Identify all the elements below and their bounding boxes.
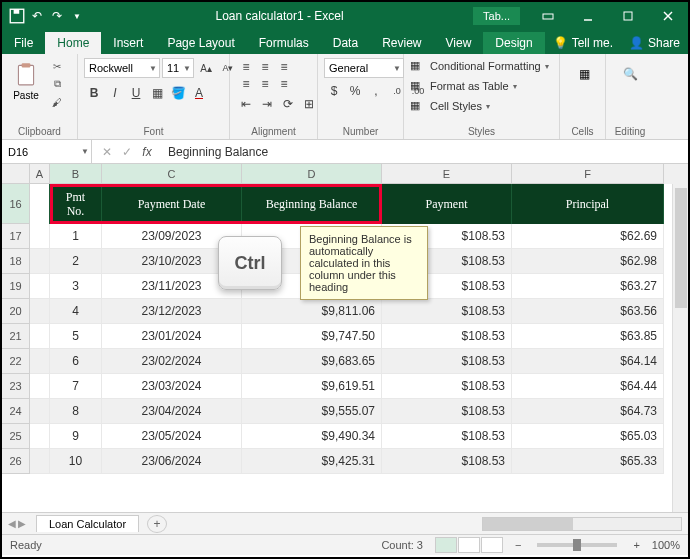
decrease-indent-icon[interactable]: ⇤ — [236, 95, 256, 113]
fx-icon[interactable]: fx — [138, 145, 156, 159]
cell-pmt-no[interactable]: 4 — [50, 299, 102, 324]
cell-payment-date[interactable]: 23/06/2024 — [102, 449, 242, 474]
format-as-table-button[interactable]: ▦Format as Table▾ — [410, 78, 519, 94]
row-header[interactable]: 17 — [2, 224, 30, 249]
col-header-a[interactable]: A — [30, 164, 50, 184]
cell-payment-date[interactable]: 23/02/2024 — [102, 349, 242, 374]
save-icon[interactable] — [8, 7, 26, 25]
view-page-layout-icon[interactable] — [458, 537, 480, 553]
col-header-b[interactable]: B — [50, 164, 102, 184]
cell-pmt-no[interactable]: 9 — [50, 424, 102, 449]
header-payment[interactable]: Payment — [382, 184, 512, 224]
cell-payment[interactable]: $108.53 — [382, 299, 512, 324]
cell-principal[interactable]: $65.33 — [512, 449, 664, 474]
cell-payment[interactable]: $108.53 — [382, 449, 512, 474]
share-button[interactable]: 👤Share — [621, 32, 688, 54]
percent-icon[interactable]: % — [345, 82, 365, 100]
close-icon[interactable] — [648, 2, 688, 30]
cell-payment-date[interactable]: 23/05/2024 — [102, 424, 242, 449]
header-beginning-balance[interactable]: Beginning Balance — [242, 184, 382, 224]
header-principal[interactable]: Principal — [512, 184, 664, 224]
wrap-merge-icon[interactable]: ⊞ — [299, 95, 319, 113]
align-top-icon[interactable]: ≡ — [236, 58, 256, 76]
header-payment-date[interactable]: Payment Date — [102, 184, 242, 224]
cell-beginning-balance[interactable]: $9,683.65 — [242, 349, 382, 374]
cell-payment[interactable]: $108.53 — [382, 424, 512, 449]
row-header[interactable]: 23 — [2, 374, 30, 399]
cell-beginning-balance[interactable]: $9,490.34 — [242, 424, 382, 449]
align-middle-icon[interactable]: ≡ — [255, 58, 275, 76]
header-pmt-no[interactable]: Pmt No. — [50, 184, 102, 224]
cell-payment[interactable]: $108.53 — [382, 324, 512, 349]
cell-payment-date[interactable]: 23/03/2024 — [102, 374, 242, 399]
tab-data[interactable]: Data — [321, 32, 370, 54]
cell-payment-date[interactable]: 23/12/2023 — [102, 299, 242, 324]
cell-principal[interactable]: $64.73 — [512, 399, 664, 424]
cell-pmt-no[interactable]: 1 — [50, 224, 102, 249]
cell-pmt-no[interactable]: 3 — [50, 274, 102, 299]
row-header[interactable]: 25 — [2, 424, 30, 449]
cell-payment[interactable]: $108.53 — [382, 374, 512, 399]
view-page-break-icon[interactable] — [481, 537, 503, 553]
font-color-icon[interactable]: A — [189, 84, 209, 102]
copy-icon[interactable]: ⧉ — [48, 76, 66, 92]
cell-payment[interactable]: $108.53 — [382, 349, 512, 374]
enter-formula-icon[interactable]: ✓ — [118, 145, 136, 159]
minimize-icon[interactable] — [568, 2, 608, 30]
conditional-formatting-button[interactable]: ▦Conditional Formatting▾ — [410, 58, 551, 74]
fill-color-icon[interactable]: 🪣 — [168, 84, 188, 102]
formula-input[interactable]: Beginning Balance — [162, 140, 688, 163]
cell-pmt-no[interactable]: 2 — [50, 249, 102, 274]
cell-principal[interactable]: $65.03 — [512, 424, 664, 449]
align-left-icon[interactable]: ≡ — [236, 75, 256, 93]
scrollbar-thumb[interactable] — [675, 188, 687, 308]
underline-button[interactable]: U — [126, 84, 146, 102]
tell-me-search[interactable]: 💡Tell me. — [545, 32, 621, 54]
tab-home[interactable]: Home — [45, 32, 101, 54]
cell-principal[interactable]: $62.98 — [512, 249, 664, 274]
col-header-c[interactable]: C — [102, 164, 242, 184]
cells-button[interactable]: ▦ — [566, 58, 602, 90]
cell-pmt-no[interactable]: 8 — [50, 399, 102, 424]
tab-formulas[interactable]: Formulas — [247, 32, 321, 54]
increase-indent-icon[interactable]: ⇥ — [257, 95, 277, 113]
font-size-select[interactable]: 11▼ — [162, 58, 194, 78]
cell-pmt-no[interactable]: 6 — [50, 349, 102, 374]
align-center-icon[interactable]: ≡ — [255, 75, 275, 93]
cell-principal[interactable]: $64.44 — [512, 374, 664, 399]
tab-file[interactable]: File — [2, 32, 45, 54]
scrollbar-thumb[interactable] — [483, 518, 573, 530]
slider-thumb[interactable] — [573, 539, 581, 551]
comma-icon[interactable]: , — [366, 82, 386, 100]
italic-button[interactable]: I — [105, 84, 125, 102]
zoom-slider[interactable] — [537, 543, 617, 547]
editing-button[interactable]: 🔍 — [612, 58, 648, 90]
row-header[interactable]: 24 — [2, 399, 30, 424]
zoom-out-icon[interactable]: − — [515, 539, 521, 551]
font-name-select[interactable]: Rockwell▼ — [84, 58, 160, 78]
grow-font-icon[interactable]: A▴ — [196, 59, 216, 77]
zoom-in-icon[interactable]: + — [633, 539, 639, 551]
cell-beginning-balance[interactable]: $9,425.31 — [242, 449, 382, 474]
cell-styles-button[interactable]: ▦Cell Styles▾ — [410, 98, 492, 114]
sheet-tab[interactable]: Loan Calculator — [36, 515, 139, 532]
cell-principal[interactable]: $62.69 — [512, 224, 664, 249]
cell-payment[interactable]: $108.53 — [382, 399, 512, 424]
cell-principal[interactable]: $63.56 — [512, 299, 664, 324]
border-icon[interactable]: ▦ — [147, 84, 167, 102]
row-header[interactable]: 19 — [2, 274, 30, 299]
cell-pmt-no[interactable]: 10 — [50, 449, 102, 474]
cut-icon[interactable]: ✂ — [48, 58, 66, 74]
maximize-icon[interactable] — [608, 2, 648, 30]
add-sheet-button[interactable]: + — [147, 515, 167, 533]
format-painter-icon[interactable]: 🖌 — [48, 94, 66, 110]
horizontal-scrollbar[interactable] — [167, 517, 688, 531]
sheet-nav-prev-icon[interactable]: ◀ — [8, 518, 16, 529]
ribbon-options-icon[interactable] — [528, 2, 568, 30]
paste-button[interactable]: Paste — [8, 58, 44, 103]
cell-beginning-balance[interactable]: $9,555.07 — [242, 399, 382, 424]
sheet-nav-next-icon[interactable]: ▶ — [18, 518, 26, 529]
tab-design[interactable]: Design — [483, 32, 544, 54]
row-header[interactable]: 20 — [2, 299, 30, 324]
cell-principal[interactable]: $64.14 — [512, 349, 664, 374]
